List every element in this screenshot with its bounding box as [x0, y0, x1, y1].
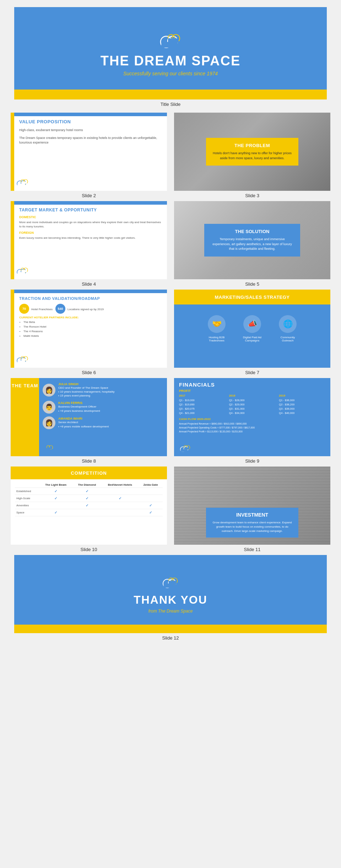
slide4-domestic-body: More and more individuals and couples go…	[19, 220, 162, 229]
slide6-stat1: 70 Hotel Franchises	[19, 304, 53, 314]
slide8-cloud	[42, 444, 55, 453]
slide2-blue-top	[14, 113, 167, 116]
slide5-body: Temporary instalments, unique and immers…	[211, 237, 294, 252]
slide4-foreign-title: FOREIGN	[19, 231, 162, 234]
slide2-label: Slide 2	[82, 193, 96, 198]
slide4-content: TARGET MARKET & OPPORTUNITY DOMESTIC Mor…	[14, 201, 167, 279]
slide5-box: THE SOLUTION Temporary instalments, uniq…	[204, 224, 300, 257]
slide3: THE PROBLEM Hotels don't have anything n…	[174, 113, 330, 191]
slide7-icon2-circle: 📣	[243, 315, 261, 333]
slide9-2018-q1: Q1 - $28,000	[229, 398, 276, 403]
slide7: MARKETING/SALES STRATEGY 🤝 Hosting B2B T…	[174, 290, 330, 368]
slides-row-10-11: COMPETITION The Light Beam The Diamond B…	[11, 467, 330, 555]
slide8-role3: Senior Architect• +8 years mobile softwa…	[58, 420, 109, 428]
slide8-title: THE TEAM	[12, 383, 38, 388]
comp-cell-highscale-4	[139, 495, 163, 502]
slide9-wrapper: FINANCIALS PROFIT 2017 Q1 - $19,000 Q2 -…	[174, 378, 330, 467]
slide10-yellow-bar: COMPETITION	[11, 467, 167, 479]
slide9-2017-q3: Q3 - $20,075	[179, 407, 226, 411]
slide7-icon3-label: Community Outreach	[275, 336, 300, 342]
slide9-2019-q1: Q1 - $36,000	[279, 398, 325, 403]
slide8-name1: JULIA SINGH	[58, 382, 114, 386]
slide4-label: Slide 4	[82, 281, 96, 287]
slide9-col2019: 2019 Q1 - $36,000 Q2 - $38,200 Q3 - $39,…	[279, 394, 325, 415]
comp-cell-highscale-2: ✓	[72, 495, 101, 502]
slide7-yellow-top: MARKETING/SALES STRATEGY	[174, 290, 330, 304]
slide8-info1: JULIA SINGH CEO and Founder of The Dream…	[58, 382, 114, 398]
slide8-avatar3: 👩	[43, 416, 55, 429]
svg-rect-38	[164, 583, 176, 588]
comp-row-highscale: High-Scale ✓ ✓ ✓	[15, 495, 163, 502]
slide8-member2: 👨 KALVIN FERRIS Business Development Off…	[43, 401, 163, 414]
slide9-2017-q2: Q2 - $19,890	[179, 403, 226, 407]
slide2-title: VALUE PROPOSITION	[19, 119, 162, 124]
comp-col-empty	[15, 482, 39, 488]
slide9-col2017: 2017 Q1 - $19,000 Q2 - $19,890 Q3 - $20,…	[179, 394, 226, 415]
slide12-cloud	[160, 575, 181, 590]
slide3-box: THE PROBLEM Hotels don't have anything n…	[206, 138, 298, 166]
slide8-role2: Business Development Officer• +6 years b…	[58, 405, 100, 413]
slide6: TRACTION AND VALIDATION/ROADMAP 70 Hotel…	[11, 290, 167, 368]
slide2-body2: The Dream Space creates temporary spaces…	[19, 136, 162, 145]
svg-rect-26	[44, 449, 51, 452]
slide11-title: INVESTMENT	[212, 512, 293, 518]
slide8-name2: KALVIN FERRIS	[58, 401, 100, 405]
slide4-left-bar	[11, 201, 14, 279]
comp-cell-established-3	[101, 488, 139, 495]
slide11-label: Slide 11	[244, 547, 261, 552]
slide2-wrapper: VALUE PROPOSITION High-class, exuberant …	[11, 113, 167, 201]
comp-cell-amenities-4: ✓	[139, 502, 163, 509]
slide8-info2: KALVIN FERRIS Business Development Offic…	[58, 401, 100, 413]
comp-cell-space-2	[72, 509, 101, 516]
slide2-body1: High-class, exuberant temporary hotel ro…	[19, 128, 162, 133]
slide9-2018-q3: Q3 - $31,000	[229, 407, 276, 411]
comp-cell-space-1: ✓	[39, 509, 72, 516]
svg-rect-11	[21, 182, 27, 184]
slide6-stats: 70 Hotel Franchises 540 Locations signed…	[19, 304, 162, 314]
slide7-icon1: 🤝 Hosting B2B Tradeshows	[204, 315, 229, 342]
slide7-label: Slide 7	[245, 370, 259, 375]
page-container: THE DREAM SPACE Successfully serving our…	[0, 7, 341, 646]
slide9-year2019: 2019	[279, 394, 325, 397]
slide5: THE SOLUTION Temporary instalments, uniq…	[174, 201, 330, 279]
slide8-avatar1: 👩	[43, 384, 55, 397]
svg-rect-14	[17, 272, 25, 275]
svg-rect-32	[181, 449, 188, 452]
slides-row-8-9: THE TEAM 👩 JULIA SINGH CEO and Founder o…	[11, 378, 330, 467]
slide9-col2018: 2018 Q1 - $28,000 Q2 - $29,000 Q3 - $31,…	[229, 394, 276, 415]
partner-4: Maliti Hotels	[23, 334, 162, 339]
comp-col-zelda: Zelda Gate	[139, 482, 163, 488]
slide12-yellow-bar	[14, 625, 327, 633]
slide6-content: TRACTION AND VALIDATION/ROADMAP 70 Hotel…	[14, 290, 167, 368]
slide7-wrapper: MARKETING/SALES STRATEGY 🤝 Hosting B2B T…	[174, 290, 330, 378]
slide6-stat1-label: Hotel Franchises	[31, 308, 53, 311]
slide2-content: VALUE PROPOSITION High-class, exuberant …	[14, 113, 167, 191]
slide6-title: TRACTION AND VALIDATION/ROADMAP	[19, 296, 162, 301]
comp-cell-space-label: Space	[15, 509, 39, 516]
slide6-label: Slide 6	[82, 370, 96, 375]
slide6-left-bar	[11, 290, 14, 368]
slide9-cash-line3: Annual Projected Profit = $113,000 / $13…	[179, 430, 325, 433]
slide6-stat2-num: 540	[55, 304, 65, 314]
slide7-icon2: 📣 Digital Paid Ad Campaigns	[240, 315, 265, 342]
slide8-info3: AMANDA IMARI Senior Architect• +8 years …	[58, 417, 109, 428]
slide6-stat2-label: Locations signed up by 2019	[67, 308, 104, 311]
slide4-cloud	[16, 266, 30, 276]
slide9-2017-q4: Q4 - $21,000	[179, 411, 226, 415]
slide3-title: THE PROBLEM	[212, 143, 292, 148]
slide9-header: FINANCIALS PROFIT	[174, 378, 330, 394]
comp-cell-established-4	[139, 488, 163, 495]
slide8-yellow-left: THE TEAM	[11, 378, 39, 456]
comp-cell-amenities-label: Amenities	[15, 502, 39, 509]
slide6-cloud	[16, 355, 30, 365]
slide9-label: Slide 9	[245, 458, 259, 464]
slide8-label: Slide 8	[82, 458, 96, 464]
slide1-yellow-bar	[14, 90, 327, 99]
slide9-cash-line1: Annual Projected Revenue = $890,000 / $9…	[179, 422, 325, 426]
slide7-icon3: 🌐 Community Outreach	[275, 315, 300, 342]
slide2: VALUE PROPOSITION High-class, exuberant …	[11, 113, 167, 191]
comp-header-row: The Light Beam The Diamond BedVannet Hot…	[15, 482, 163, 488]
slide9-2019-q2: Q2 - $38,200	[279, 403, 325, 407]
comp-cell-space-3	[101, 509, 139, 516]
slide11-box: INVESTMENT Grow development team to enha…	[206, 508, 298, 538]
